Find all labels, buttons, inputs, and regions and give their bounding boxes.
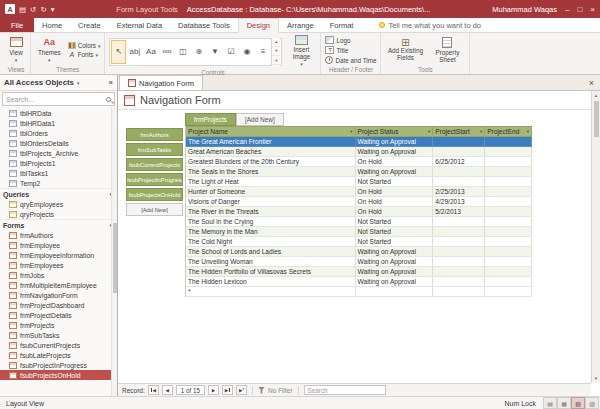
nav-group-header-queries[interactable]: Queries▾ [0,188,117,199]
nav-form-tab-add-new[interactable]: [Add New] [236,113,284,126]
table-row[interactable]: Greatest Blunders of the 20th CenturyOn … [186,157,532,167]
datasheet-view-icon[interactable]: ▦ [557,397,571,409]
nav-item-fsubprojectinprogress[interactable]: fsubProjectInProgress [0,360,117,370]
cell-name[interactable]: The Great American Frontier [186,137,356,147]
qat-customize-icon[interactable]: ▾ [51,5,55,14]
cell-start[interactable] [433,237,485,247]
cell-name[interactable]: Hunter of Someone [186,187,356,197]
tell-me-box[interactable]: Tell me what you want to do [371,18,489,32]
redo-icon[interactable]: ↻ [40,5,46,14]
chevron-down-icon[interactable]: ▾ [77,80,80,86]
button-icon[interactable]: xxxx [159,40,174,64]
cell-name[interactable]: The Hidden Lexicon [186,277,356,287]
cell-start[interactable]: 4/29/2013 [433,197,485,207]
sort-filter-icon[interactable]: ▾ [527,129,529,134]
property-sheet-button[interactable]: Property Sheet [429,37,465,63]
close-document-icon[interactable]: × [583,78,600,90]
logo-button[interactable]: Logo [325,36,376,44]
layout-view-icon[interactable]: ▧ [571,397,585,409]
sort-filter-icon[interactable]: ▾ [350,129,352,134]
nav-item-frmjobs[interactable]: frmJobs [0,270,117,280]
cell-start[interactable] [433,277,485,287]
cell-start[interactable] [433,137,485,147]
ribbon-tab-external-data[interactable]: External Data [109,18,170,32]
nav-form-side-tab-frmsubtasks[interactable]: frmSubTasks [126,143,183,156]
cell-end[interactable] [485,167,532,177]
select-icon[interactable]: ↖ [111,40,126,64]
nav-item-frmemployees[interactable]: frmEmployees [0,260,117,270]
table-row[interactable]: The River in the ThreatsOn Hold5/2/2013 [186,207,532,217]
nav-pane-scrollbar[interactable] [111,107,117,396]
cell-end[interactable] [485,277,532,287]
cell-status[interactable]: On Hold [356,197,434,207]
nav-item-frmprojectdetails[interactable]: frmProjectDetails [0,310,117,320]
cell-status[interactable]: Not Started [356,177,434,187]
nav-item-tblprojects-archive[interactable]: tblProjects_Archive [0,148,117,158]
minimize-icon[interactable]: – [565,5,569,14]
cell-end[interactable] [485,227,532,237]
scrollbar-thumb[interactable] [113,223,117,293]
table-row[interactable]: Great American BeachesWaiting on Approva… [186,147,532,157]
cell-start[interactable] [433,217,485,227]
table-row[interactable]: The Hidden LexiconWaiting on Approval [186,277,532,287]
nav-item-tbltasks1[interactable]: tblTasks1 [0,168,117,178]
cell-start[interactable] [433,167,485,177]
cell-end[interactable] [485,247,532,257]
date-time-button[interactable]: Date and Time [325,56,376,64]
new-record-row[interactable]: * [186,287,532,297]
nav-pane-title[interactable]: All Access Objects [4,78,74,87]
nav-item-tblorders[interactable]: tblOrders [0,128,117,138]
record-search-input[interactable]: Search [304,385,386,395]
document-tab-navigation-form[interactable]: Navigation Form [119,75,203,90]
table-row[interactable]: The Memory in the ManNot Started [186,227,532,237]
table-row[interactable]: The Cold NightNot Started [186,237,532,247]
ribbon-tab-create[interactable]: Create [70,18,109,32]
gallery-down-icon[interactable]: ▾ [272,47,280,56]
cell-name[interactable]: The Cold Night [186,237,356,247]
cell-end[interactable] [485,157,532,167]
nav-item-frmemployeeinformation[interactable]: frmEmployeeInformation [0,250,117,260]
nav-item-tblhrdata1[interactable]: tblHRData1 [0,118,117,128]
colors-button[interactable]: Colors ▾ [68,42,101,49]
nav-item-fsubcurrentprojects[interactable]: fsubCurrentProjects [0,340,117,350]
list-box-icon[interactable]: ≡ [255,40,270,64]
cell-name[interactable]: Great American Beaches [186,147,356,157]
table-row[interactable]: The Great American FrontierWaiting on Ap… [186,137,532,147]
nav-item-frmprojects[interactable]: frmProjects [0,320,117,330]
filter-icon[interactable] [258,387,265,394]
cell-status[interactable]: Waiting on Approval [356,147,434,157]
sort-filter-icon[interactable]: ▾ [428,129,430,134]
scroll-up-icon[interactable]: ▲ [594,91,598,100]
table-row[interactable]: Hunter of SomeoneOn Hold2/25/2013 [186,187,532,197]
nav-item-frmmultipleitememployee[interactable]: frmMultipleItemEmployee [0,280,117,290]
checkbox-icon[interactable]: ☑ [223,40,238,64]
column-header-projectend[interactable]: ProjectEnd▾ [485,126,532,137]
nav-form-side-tab-fsubprojectinprogress[interactable]: fsubProjectInProgress [126,173,183,186]
form-view-icon[interactable]: ▤ [543,397,557,409]
cell-start[interactable] [433,227,485,237]
cell-end[interactable] [485,257,532,267]
new-record-icon[interactable]: ▶* [236,385,247,395]
column-header-project-status[interactable]: Project Status▾ [356,126,434,137]
nav-item-qryemployees[interactable]: qryEmployees [0,199,117,209]
access-app-icon[interactable]: A [5,4,15,14]
cell-start[interactable] [433,287,485,297]
cell-end[interactable] [485,207,532,217]
ribbon-tab-home[interactable]: Home [34,18,70,32]
nav-form-side-tab-frmauthors[interactable]: frmAuthors [126,128,183,141]
table-row[interactable]: The Unveiling WomanWaiting on Approval [186,257,532,267]
user-name[interactable]: Muhammad Waqas [492,5,557,14]
column-header-projectstart[interactable]: ProjectStart▾ [433,126,485,137]
nav-item-frmnavigationform[interactable]: frmNavigationForm [0,290,117,300]
cell-end[interactable] [485,137,532,147]
restore-icon[interactable]: □ [577,5,582,14]
cell-start[interactable] [433,267,485,277]
close-icon[interactable]: × [590,5,595,14]
cell-start[interactable] [433,177,485,187]
filter-status[interactable]: No Filter [268,387,293,394]
ribbon-tab-design[interactable]: Design [238,18,279,33]
cell-end[interactable] [485,217,532,227]
table-row[interactable]: The School of Lords and LadiesWaiting on… [186,247,532,257]
nav-item-temp2[interactable]: Temp2 [0,178,117,188]
nav-item-tblordersdetails[interactable]: tblOrdersDetails [0,138,117,148]
